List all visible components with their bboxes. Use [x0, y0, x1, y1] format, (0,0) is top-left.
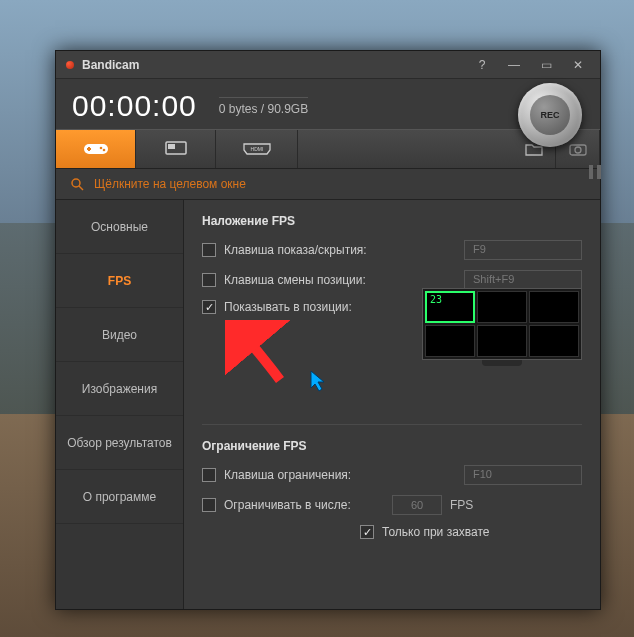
sidebar-item-image[interactable]: Изображения [56, 362, 183, 416]
hotkey-show-hide-input[interactable]: F9 [464, 240, 582, 260]
sidebar-item-output[interactable]: Обзор результатов [56, 416, 183, 470]
settings-sidebar: Основные FPS Видео Изображения Обзор рез… [56, 200, 184, 609]
svg-point-11 [575, 147, 581, 153]
svg-point-12 [72, 179, 80, 187]
sidebar-item-fps[interactable]: FPS [56, 254, 183, 308]
monitor-icon [165, 141, 187, 157]
search-icon [70, 177, 84, 191]
gamepad-icon [82, 140, 110, 158]
titlebar[interactable]: Bandicam ? — ▭ ✕ [56, 51, 600, 79]
help-button[interactable]: ? [468, 56, 496, 74]
row-change-position-hotkey: Клавиша смены позиции: Shift+F9 [202, 270, 582, 290]
fps-suffix-label: FPS [450, 498, 473, 512]
fps-settings-panel: Наложение FPS Клавиша показа/скрытия: F9… [184, 200, 600, 609]
pause-button[interactable] [584, 159, 606, 185]
sidebar-item-label: О программе [83, 490, 156, 504]
header: 00:00:00 0 bytes / 90.9GB REC [56, 79, 600, 129]
record-button[interactable]: REC [518, 83, 582, 147]
fps-overlay-heading: Наложение FPS [202, 214, 582, 228]
tab-spacer [298, 130, 512, 168]
checkbox-limit-hotkey[interactable] [202, 468, 216, 482]
fps-limit-input[interactable] [392, 495, 442, 515]
checkbox-show-in-position[interactable] [202, 300, 216, 314]
tab-device-mode[interactable]: HDMI [216, 130, 298, 168]
row-only-on-capture: Только при захвате [360, 525, 582, 539]
content-area: Основные FPS Видео Изображения Обзор рез… [56, 200, 600, 609]
maximize-button[interactable]: ▭ [532, 56, 560, 74]
svg-text:HDMI: HDMI [250, 146, 263, 152]
camera-icon [569, 142, 587, 156]
storage-status: 0 bytes / 90.9GB [219, 97, 308, 116]
target-window-text: Щёлкните на целевом окне [94, 177, 246, 191]
label-show-in-position: Показывать в позиции: [224, 300, 412, 314]
row-limit-value: Ограничивать в числе: FPS [202, 495, 582, 515]
close-button[interactable]: ✕ [564, 56, 592, 74]
sidebar-item-about[interactable]: О программе [56, 470, 183, 524]
svg-point-5 [99, 147, 102, 150]
hdmi-icon: HDMI [242, 142, 272, 156]
svg-point-6 [102, 149, 105, 152]
position-top-left[interactable]: 23 [425, 291, 475, 323]
label-show-hide-hotkey: Клавиша показа/скрытия: [224, 243, 464, 257]
svg-rect-0 [589, 165, 593, 179]
sidebar-item-label: Изображения [82, 382, 157, 396]
fps-position-selector: 23 [422, 288, 582, 370]
svg-rect-8 [168, 144, 175, 149]
record-button-label: REC [530, 95, 570, 135]
sidebar-item-label: Основные [91, 220, 148, 234]
target-window-bar[interactable]: Щёлкните на целевом окне [56, 169, 600, 200]
sidebar-item-general[interactable]: Основные [56, 200, 183, 254]
checkbox-limit-value[interactable] [202, 498, 216, 512]
position-bottom-right[interactable] [529, 325, 579, 357]
row-show-hide-hotkey: Клавиша показа/скрытия: F9 [202, 240, 582, 260]
tab-game-mode[interactable] [56, 130, 136, 168]
separator [202, 424, 582, 425]
svg-line-13 [79, 186, 83, 190]
row-limit-hotkey: Клавиша ограничения: F10 [202, 465, 582, 485]
position-top-right[interactable] [529, 291, 579, 323]
sidebar-item-label: Обзор результатов [67, 436, 172, 450]
row-show-in-position: Показывать в позиции: [202, 300, 412, 314]
svg-rect-1 [597, 165, 601, 179]
hotkey-change-position-input[interactable]: Shift+F9 [464, 270, 582, 290]
label-only-on-capture: Только при захвате [382, 525, 582, 539]
sidebar-item-label: FPS [108, 274, 131, 288]
sidebar-item-label: Видео [102, 328, 137, 342]
position-grid: 23 [422, 288, 582, 360]
app-window: Bandicam ? — ▭ ✕ 00:00:00 0 bytes / 90.9… [55, 50, 601, 610]
fps-limit-heading: Ограничение FPS [202, 439, 582, 453]
checkbox-only-on-capture[interactable] [360, 525, 374, 539]
minimize-button[interactable]: — [500, 56, 528, 74]
record-timer: 00:00:00 [72, 89, 197, 123]
fps-sample-number: 23 [430, 294, 442, 305]
position-bottom-left[interactable] [425, 325, 475, 357]
svg-rect-4 [87, 148, 91, 150]
checkbox-change-position-hotkey[interactable] [202, 273, 216, 287]
mode-tabs: HDMI [56, 129, 600, 169]
app-title: Bandicam [82, 58, 139, 72]
hotkey-limit-input[interactable]: F10 [464, 465, 582, 485]
label-limit-value: Ограничивать в числе: [224, 498, 392, 512]
label-change-position-hotkey: Клавиша смены позиции: [224, 273, 464, 287]
checkbox-show-hide-hotkey[interactable] [202, 243, 216, 257]
tab-screen-mode[interactable] [136, 130, 216, 168]
record-indicator-icon [66, 61, 74, 69]
label-limit-hotkey: Клавиша ограничения: [224, 468, 464, 482]
position-top-center[interactable] [477, 291, 527, 323]
sidebar-item-video[interactable]: Видео [56, 308, 183, 362]
position-bottom-center[interactable] [477, 325, 527, 357]
monitor-stand-icon [422, 360, 582, 370]
